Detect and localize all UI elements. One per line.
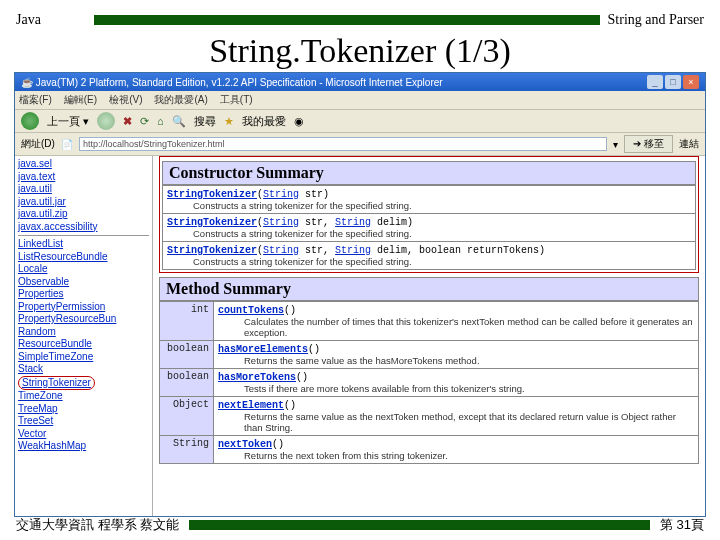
class-link[interactable]: TreeSet xyxy=(18,415,149,428)
header-bar xyxy=(94,15,600,25)
ie-window-title: Java(TM) 2 Platform, Standard Edition, v… xyxy=(36,77,443,88)
dropdown-icon[interactable]: ▾ xyxy=(613,139,618,150)
search-button[interactable]: 搜尋 xyxy=(194,114,216,129)
ie-body: java.sel java.text java.util java.util.j… xyxy=(15,156,705,516)
class-link[interactable]: ListResourceBundle xyxy=(18,251,149,264)
method-table: int countTokens() Calculates the number … xyxy=(159,301,699,464)
method-sig[interactable]: hasMoreTokens() xyxy=(218,372,308,383)
constructor-summary-title: Constructor Summary xyxy=(162,161,696,185)
class-link[interactable]: TreeMap xyxy=(18,403,149,416)
search-icon[interactable]: 🔍 xyxy=(172,115,186,128)
class-link-selected[interactable]: StringTokenizer xyxy=(18,376,95,391)
stop-icon[interactable]: ✖ xyxy=(123,115,132,128)
class-link[interactable]: WeakHashMap xyxy=(18,440,149,453)
footer-bar xyxy=(189,520,650,530)
ctor-desc: Constructs a string tokenizer for the sp… xyxy=(167,200,691,211)
favorites-icon[interactable]: ★ xyxy=(224,115,234,128)
constructor-table: StringTokenizer(String str) Constructs a… xyxy=(162,185,696,270)
method-sig[interactable]: hasMoreElements() xyxy=(218,344,320,355)
maximize-button[interactable]: □ xyxy=(665,75,681,89)
ctor-sig[interactable]: StringTokenizer(String str, String delim… xyxy=(167,217,413,228)
table-row: int countTokens() Calculates the number … xyxy=(160,302,699,341)
home-icon[interactable]: ⌂ xyxy=(157,115,164,127)
ie-addressbar: 網址(D) 📄 http://localhost/StringTokenizer… xyxy=(15,133,705,156)
go-button[interactable]: ➔ 移至 xyxy=(624,135,673,153)
constructor-summary-box: Constructor Summary StringTokenizer(Stri… xyxy=(159,156,699,273)
method-sig[interactable]: nextElement() xyxy=(218,400,296,411)
minimize-button[interactable]: _ xyxy=(647,75,663,89)
method-desc: Calculates the number of times that this… xyxy=(218,316,694,338)
class-link[interactable]: Locale xyxy=(18,263,149,276)
table-row: StringTokenizer(String str, String delim… xyxy=(163,214,696,242)
ie-window: ☕ Java(TM) 2 Platform, Standard Edition,… xyxy=(14,72,706,517)
window-buttons: _ □ × xyxy=(647,75,699,89)
table-row: boolean hasMoreTokens() Tests if there a… xyxy=(160,369,699,397)
pkg-link[interactable]: java.util.zip xyxy=(18,208,149,221)
table-row: StringTokenizer(String str) Constructs a… xyxy=(163,186,696,214)
class-link[interactable]: Stack xyxy=(18,363,149,376)
ie-titlebar: ☕ Java(TM) 2 Platform, Standard Edition,… xyxy=(15,73,705,91)
class-link[interactable]: SimpleTimeZone xyxy=(18,351,149,364)
footer-left: 交通大學資訊 程學系 蔡文能 xyxy=(16,516,179,534)
class-link[interactable]: Vector xyxy=(18,428,149,441)
ctor-desc: Constructs a string tokenizer for the sp… xyxy=(167,256,691,267)
back-button[interactable]: 上一頁 ▾ xyxy=(47,114,89,129)
method-sig[interactable]: countTokens() xyxy=(218,305,296,316)
menu-tools[interactable]: 工具(T) xyxy=(220,93,253,107)
method-desc: Tests if there are more tokens available… xyxy=(218,383,694,394)
method-sig[interactable]: nextToken() xyxy=(218,439,284,450)
slide-footer: 交通大學資訊 程學系 蔡文能 第 31頁 xyxy=(0,516,720,534)
favorites-button[interactable]: 我的最愛 xyxy=(242,114,286,129)
address-label: 網址(D) xyxy=(21,137,55,151)
page-icon: 📄 xyxy=(61,139,73,150)
pkg-link[interactable]: java.util.jar xyxy=(18,196,149,209)
ie-toolbar: 上一頁 ▾ ✖ ⟳ ⌂ 🔍 搜尋 ★ 我的最愛 ◉ xyxy=(15,110,705,133)
class-link[interactable]: ResourceBundle xyxy=(18,338,149,351)
class-link[interactable]: Observable xyxy=(18,276,149,289)
menu-view[interactable]: 檢視(V) xyxy=(109,93,142,107)
menu-edit[interactable]: 編輯(E) xyxy=(64,93,97,107)
method-desc: Returns the next token from this string … xyxy=(218,450,694,461)
media-icon[interactable]: ◉ xyxy=(294,115,304,128)
method-desc: Returns the same value as the nextToken … xyxy=(218,411,694,433)
class-link[interactable]: PropertyResourceBun xyxy=(18,313,149,326)
pkg-link[interactable]: javax.accessibility xyxy=(18,221,149,234)
table-row: StringTokenizer(String str, String delim… xyxy=(163,242,696,270)
ctor-sig[interactable]: StringTokenizer(String str, String delim… xyxy=(167,245,545,256)
back-icon[interactable] xyxy=(21,112,39,130)
table-row: boolean hasMoreElements() Returns the sa… xyxy=(160,341,699,369)
refresh-icon[interactable]: ⟳ xyxy=(140,115,149,128)
forward-icon[interactable] xyxy=(97,112,115,130)
menu-fav[interactable]: 我的最愛(A) xyxy=(154,93,207,107)
ie-icon-and-title: ☕ Java(TM) 2 Platform, Standard Edition,… xyxy=(21,77,443,88)
menu-file[interactable]: 檔案(F) xyxy=(19,93,52,107)
class-link[interactable]: Random xyxy=(18,326,149,339)
slide-header: Java String and Parser xyxy=(0,0,720,28)
class-link[interactable]: LinkedList xyxy=(18,238,149,251)
table-row: String nextToken() Returns the next toke… xyxy=(160,436,699,464)
table-row: Object nextElement() Returns the same va… xyxy=(160,397,699,436)
class-link[interactable]: Properties xyxy=(18,288,149,301)
slide-title: String.Tokenizer (1/3) xyxy=(0,32,720,70)
address-input[interactable]: http://localhost/StringTokenizer.html xyxy=(79,137,607,151)
pkg-link[interactable]: java.sel xyxy=(18,158,149,171)
ie-icon: ☕ xyxy=(21,77,36,88)
links-label[interactable]: 連結 xyxy=(679,137,699,151)
pkg-link[interactable]: java.text xyxy=(18,171,149,184)
class-link[interactable]: TimeZone xyxy=(18,390,149,403)
class-link[interactable]: PropertyPermission xyxy=(18,301,149,314)
pkg-link[interactable]: java.util xyxy=(18,183,149,196)
sidebar: java.sel java.text java.util java.util.j… xyxy=(15,156,153,516)
method-summary-title: Method Summary xyxy=(159,277,699,301)
method-desc: Returns the same value as the hasMoreTok… xyxy=(218,355,694,366)
footer-right: 第 31頁 xyxy=(660,516,704,534)
ctor-desc: Constructs a string tokenizer for the sp… xyxy=(167,228,691,239)
content-area: Constructor Summary StringTokenizer(Stri… xyxy=(153,156,705,516)
header-right: String and Parser xyxy=(608,12,704,28)
ctor-sig[interactable]: StringTokenizer(String str) xyxy=(167,189,329,200)
header-left: Java xyxy=(16,12,86,28)
ie-menubar: 檔案(F) 編輯(E) 檢視(V) 我的最愛(A) 工具(T) xyxy=(15,91,705,110)
close-button[interactable]: × xyxy=(683,75,699,89)
